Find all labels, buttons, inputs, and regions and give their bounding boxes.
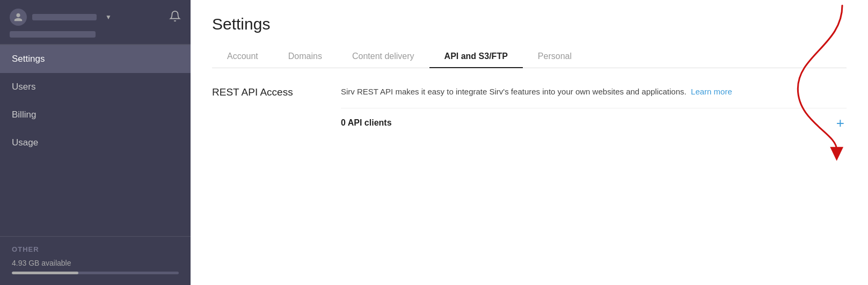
tab-api-s3-ftp[interactable]: API and S3/FTP — [429, 46, 523, 68]
storage-text: 4.93 GB available — [12, 259, 179, 267]
avatar — [10, 9, 27, 26]
rest-api-description: Sirv REST API makes it easy to integrate… — [341, 85, 847, 98]
sidebar-nav: Settings Users Billing Usage — [0, 45, 191, 236]
api-clients-row: 0 API clients + — [341, 108, 847, 137]
page-title: Settings — [212, 15, 847, 33]
sidebar-brand-row — [10, 31, 181, 38]
sidebar: ▼ Settings Users Billing Usage OTHER 4.9… — [0, 0, 191, 285]
main-content: Settings Account Domains Content deliver… — [191, 0, 868, 285]
sidebar-item-users[interactable]: Users — [0, 73, 191, 101]
other-section-label: OTHER — [12, 245, 179, 253]
storage-bar-fill — [12, 272, 78, 274]
rest-api-label: REST API Access — [212, 85, 319, 98]
sidebar-item-usage[interactable]: Usage — [0, 129, 191, 157]
learn-more-link[interactable]: Learn more — [691, 87, 732, 96]
tab-content-delivery[interactable]: Content delivery — [337, 46, 429, 68]
sidebar-item-settings[interactable]: Settings — [0, 45, 191, 73]
main-body: REST API Access Sirv REST API makes it e… — [191, 68, 868, 285]
sidebar-item-billing[interactable]: Billing — [0, 101, 191, 129]
account-name-placeholder — [32, 14, 97, 20]
main-header: Settings Account Domains Content deliver… — [191, 0, 868, 68]
dropdown-arrow-icon: ▼ — [105, 13, 112, 21]
sidebar-top: ▼ — [0, 0, 191, 45]
sidebar-account-left[interactable]: ▼ — [10, 9, 112, 26]
tabs-row: Account Domains Content delivery API and… — [212, 46, 847, 68]
tab-account[interactable]: Account — [212, 46, 273, 68]
api-clients-count: 0 API clients — [341, 118, 392, 128]
brand-placeholder — [10, 31, 96, 38]
rest-api-section: REST API Access Sirv REST API makes it e… — [212, 85, 847, 137]
notification-bell-icon[interactable] — [169, 10, 181, 25]
storage-bar — [12, 272, 179, 274]
tab-domains[interactable]: Domains — [273, 46, 337, 68]
sidebar-bottom: OTHER 4.93 GB available — [0, 236, 191, 285]
tab-personal[interactable]: Personal — [523, 46, 587, 68]
rest-api-content: Sirv REST API makes it easy to integrate… — [341, 85, 847, 137]
add-api-client-button[interactable]: + — [834, 116, 847, 130]
sidebar-account-row: ▼ — [10, 9, 181, 26]
